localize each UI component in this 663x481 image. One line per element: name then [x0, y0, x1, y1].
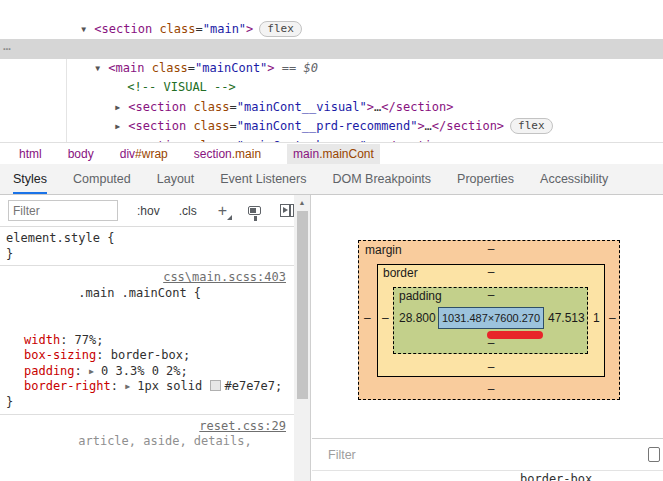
open-brace: {	[187, 286, 201, 300]
dom-node-maincont-visual[interactable]: ▶<section class="mainCont__visual">…</se…	[0, 78, 663, 98]
breadcrumb-section-main[interactable]: section.main	[194, 147, 261, 161]
padding-left-value[interactable]: 28.800	[399, 311, 436, 325]
scrollbar-thumb[interactable]	[297, 211, 308, 399]
padding-top-value[interactable]: –	[485, 288, 497, 302]
computed-property-row[interactable]: ▶box-sizing border-box	[312, 472, 663, 481]
property-value: 1px solid	[130, 379, 209, 393]
margin-label: margin	[365, 243, 402, 257]
css-property-border-right[interactable]: border-right: ▶ 1px solid #e7e7e7;	[6, 379, 288, 395]
devtools-window: ▼<section class="main">flex <!-- mainCon…	[0, 0, 663, 481]
tab-properties[interactable]: Properties	[457, 164, 514, 194]
property-value: : border-box;	[96, 348, 190, 362]
css-property-padding[interactable]: padding: ▶ 0 3.3% 0 2%;	[6, 364, 288, 380]
breadcrumb-div-wrap[interactable]: div#wrap	[120, 147, 168, 161]
color-swatch[interactable]	[210, 380, 221, 391]
toggle-hover-state-button[interactable]: :hov	[137, 204, 160, 218]
tab-layout[interactable]: Layout	[157, 164, 195, 194]
border-left-value[interactable]: –	[382, 311, 389, 325]
computed-filter-input[interactable]	[326, 447, 480, 463]
dom-node-maincont-prd-recommend[interactable]: ▶<section class="mainCont__prd-recommend…	[0, 98, 663, 118]
breadcrumb-main-maincont[interactable]: main.mainCont	[287, 144, 380, 164]
elements-tree: ▼<section class="main">flex <!-- mainCon…	[0, 0, 663, 142]
dom-comment-maincont[interactable]: <!-- mainCont -->	[0, 20, 663, 40]
property-value: : 77%;	[60, 333, 103, 347]
selector: element.style	[6, 231, 100, 245]
rule-element-style[interactable]: element.style { }	[0, 227, 294, 266]
tab-computed[interactable]: Computed	[73, 164, 131, 194]
property-name: box-sizing	[24, 348, 96, 362]
toggle-element-classes-button[interactable]: .cls	[179, 204, 197, 218]
breadcrumb-body[interactable]: body	[68, 147, 94, 161]
dom-comment-visual[interactable]: <!-- VISUAL -->	[0, 59, 663, 79]
breadcrumb: html body div#wrap section.main main.mai…	[0, 142, 663, 165]
border-label: border	[383, 266, 418, 280]
computed-pane: margin border padding – – – – – – – – 28…	[312, 195, 663, 481]
crumb-tag: section	[194, 147, 232, 161]
plus-icon: +	[218, 202, 227, 219]
margin-left-value[interactable]: –	[364, 311, 371, 325]
margin-top-value[interactable]: –	[485, 242, 497, 256]
tab-event-listeners[interactable]: Event Listeners	[220, 164, 306, 194]
sidebar-tab-bar: Styles Computed Layout Event Listeners D…	[0, 164, 663, 195]
property-name: width	[24, 333, 60, 347]
tab-accessibility[interactable]: Accessibility	[540, 164, 608, 194]
crumb-tag: body	[68, 147, 94, 161]
crumb-suffix: .mainCont	[319, 147, 374, 161]
styles-filter-input[interactable]	[8, 200, 118, 221]
padding-label: padding	[399, 289, 442, 303]
css-property-width[interactable]: width: 77%;	[6, 333, 288, 349]
box-model-content-box[interactable]: 1031.487×7600.270	[438, 307, 544, 329]
rendering-emulation-icon[interactable]	[248, 206, 261, 215]
border-top-value[interactable]: –	[485, 265, 497, 279]
padding-right-value[interactable]: 47.513	[548, 311, 585, 325]
styles-scrollbar[interactable]: ▲	[294, 195, 310, 481]
show-all-checkbox[interactable]	[648, 447, 660, 462]
styles-rule-list: element.style { } .main .mainCont { css\…	[0, 227, 294, 481]
property-name: padding	[24, 364, 75, 378]
styles-pane: :hov .cls + element.style { } .main .mai…	[0, 195, 311, 481]
styles-toolbar: :hov .cls +	[0, 195, 294, 227]
show-all-toggle[interactable]: Show all	[648, 441, 663, 469]
new-style-rule-button[interactable]: +	[218, 204, 227, 218]
box-model-diagram: margin border padding – – – – – – – – 28…	[358, 240, 620, 400]
colon: :	[111, 379, 125, 393]
scroll-up-arrow-icon[interactable]: ▲	[294, 195, 310, 210]
dom-node-main-maincont-selected[interactable]: …▼<main class="mainCont"> == $0	[0, 39, 663, 59]
close-brace: }	[6, 247, 13, 261]
selector: .main .mainCont	[78, 286, 186, 300]
crumb-suffix: .main	[232, 147, 261, 161]
breadcrumb-html[interactable]: html	[19, 147, 42, 161]
crumb-tag: main	[293, 147, 319, 161]
toggle-sidebar-icon[interactable]	[280, 204, 294, 217]
close-brace: }	[6, 395, 13, 409]
rule-reset-block-elements[interactable]: article, aside, details, reset.css:29 fi…	[0, 415, 294, 481]
red-highlight-bar	[487, 331, 543, 339]
stylesheet-link[interactable]: reset.css:29	[199, 419, 286, 435]
dropdown-corner-icon	[227, 215, 232, 220]
tab-dom-breakpoints[interactable]: DOM Breakpoints	[332, 164, 431, 194]
selector-dim: article, aside, details,	[78, 434, 251, 448]
colon: :	[75, 364, 89, 378]
css-property-box-sizing[interactable]: box-sizing: border-box;	[6, 348, 288, 364]
open-brace: {	[100, 231, 114, 245]
dom-node-maincont-banner[interactable]: ▶<section class="mainCont__banner">…</se…	[0, 117, 663, 137]
stylesheet-link[interactable]: css\main.scss:403	[163, 270, 286, 286]
border-bottom-value[interactable]: –	[485, 360, 497, 374]
content-dimensions: 1031.487×7600.270	[442, 312, 540, 324]
crumb-tag: div	[120, 147, 135, 161]
property-value: #e7e7e7;	[224, 379, 282, 393]
property-name: border-right	[24, 379, 111, 393]
margin-bottom-value[interactable]: –	[485, 382, 497, 396]
margin-right-value[interactable]: –	[609, 311, 616, 325]
more-actions-icon[interactable]: …	[3, 36, 12, 56]
tab-styles[interactable]: Styles	[13, 164, 47, 194]
border-right-value[interactable]: 1	[593, 311, 600, 325]
computed-filter-bar: Show all Group	[312, 438, 663, 471]
crumb-tag: html	[19, 147, 42, 161]
property-value: 0 3.3% 0 2%;	[94, 364, 188, 378]
rule-main-maincont[interactable]: .main .mainCont { css\main.scss:403 widt…	[0, 266, 294, 414]
dom-node-section-main[interactable]: ▼<section class="main">flex	[0, 0, 663, 20]
computed-property-value: border-box	[520, 472, 592, 481]
crumb-suffix: #wrap	[135, 147, 168, 161]
